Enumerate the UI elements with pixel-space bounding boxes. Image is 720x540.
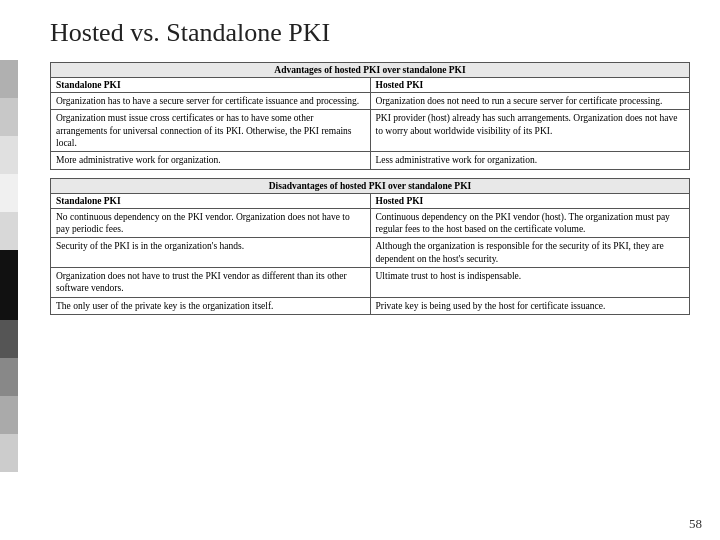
adv-table-row: Organization has to have a secure server… — [51, 93, 690, 110]
color-tab-1 — [0, 60, 18, 98]
disadv-row-col1: The only user of the private key is the … — [51, 297, 371, 314]
adv-row-col2: PKI provider (host) already has such arr… — [370, 110, 690, 152]
disadv-caption: Disadvantages of hosted PKI over standal… — [50, 178, 690, 193]
adv-table-row: Organization must issue cross certificat… — [51, 110, 690, 152]
disadv-table-row: Organization does not have to trust the … — [51, 268, 690, 298]
adv-row-col2: Less administrative work for organizatio… — [370, 152, 690, 169]
disadvantages-table: Disadvantages of hosted PKI over standal… — [50, 178, 690, 315]
color-tab-8 — [0, 358, 18, 396]
adv-row-col1: Organization must issue cross certificat… — [51, 110, 371, 152]
disadv-table-row: No continuous dependency on the PKI vend… — [51, 208, 690, 238]
color-tab-7 — [0, 320, 18, 358]
adv-row-col1: Organization has to have a secure server… — [51, 93, 371, 110]
disadv-col1-header: Standalone PKI — [51, 193, 371, 208]
color-tabs — [0, 60, 18, 472]
color-tab-9 — [0, 396, 18, 434]
disadv-row-col1: Organization does not have to trust the … — [51, 268, 371, 298]
advantages-table: Advantages of hosted PKI over standalone… — [50, 62, 690, 170]
adv-col2-header: Hosted PKI — [370, 78, 690, 93]
disadv-col2-header: Hosted PKI — [370, 193, 690, 208]
disadv-row-col1: No continuous dependency on the PKI vend… — [51, 208, 371, 238]
disadv-table-row: Security of the PKI is in the organizati… — [51, 238, 690, 268]
disadv-row-col1: Security of the PKI is in the organizati… — [51, 238, 371, 268]
color-tab-3 — [0, 136, 18, 174]
slide-container: Hosted vs. Standalone PKI Advantages of … — [0, 0, 720, 540]
disadv-row-col2: Although the organization is responsible… — [370, 238, 690, 268]
color-tab-2 — [0, 98, 18, 136]
color-tab-4 — [0, 174, 18, 212]
page-number: 58 — [689, 516, 702, 532]
disadv-row-col2: Ultimate trust to host is indispensable. — [370, 268, 690, 298]
disadv-row-col2: Private key is being used by the host fo… — [370, 297, 690, 314]
adv-col1-header: Standalone PKI — [51, 78, 371, 93]
adv-table-row: More administrative work for organizatio… — [51, 152, 690, 169]
color-tab-5 — [0, 212, 18, 250]
adv-row-col2: Organization does not need to run a secu… — [370, 93, 690, 110]
disadv-table-row: The only user of the private key is the … — [51, 297, 690, 314]
color-tab-10 — [0, 434, 18, 472]
slide-title: Hosted vs. Standalone PKI — [50, 18, 690, 48]
adv-row-col1: More administrative work for organizatio… — [51, 152, 371, 169]
advantages-caption: Advantages of hosted PKI over standalone… — [50, 62, 690, 77]
content-area: Advantages of hosted PKI over standalone… — [50, 62, 690, 315]
disadv-row-col2: Continuous dependency on the PKI vendor … — [370, 208, 690, 238]
color-tab-6 — [0, 250, 18, 320]
